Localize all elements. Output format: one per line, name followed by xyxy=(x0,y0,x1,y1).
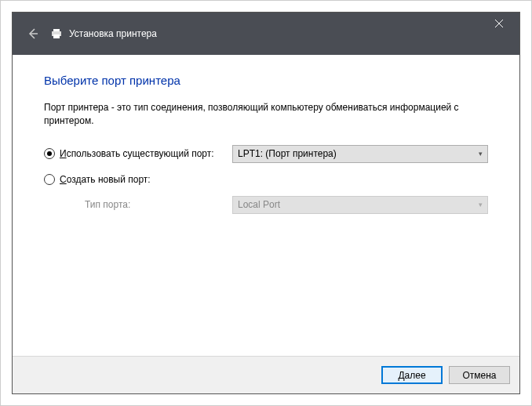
option-new-port: Создать новый порт: xyxy=(44,174,488,185)
close-icon xyxy=(494,19,504,28)
page-description: Порт принтера - это тип соединения, позв… xyxy=(44,101,488,128)
back-button[interactable] xyxy=(22,23,44,45)
footer: Далее Отмена xyxy=(13,356,519,393)
radio-existing-label[interactable]: Использовать существующий порт: xyxy=(60,148,232,159)
svg-rect-1 xyxy=(53,29,60,31)
content-area: Выберите порт принтера Порт принтера - э… xyxy=(13,55,519,356)
radio-new-label[interactable]: Создать новый порт: xyxy=(60,174,232,185)
close-button[interactable] xyxy=(482,13,516,34)
radio-existing-port[interactable] xyxy=(44,148,55,159)
chevron-down-icon: ▾ xyxy=(479,201,483,208)
port-type-label: Тип порта: xyxy=(85,199,232,210)
dropdown-existing-value: LPT1: (Порт принтера) xyxy=(238,148,337,159)
svg-rect-3 xyxy=(53,34,60,38)
printer-icon xyxy=(50,27,63,40)
port-type-row: Тип порта: Local Port ▾ xyxy=(44,196,488,214)
window-title: Установка принтера xyxy=(69,28,157,39)
dropdown-port-type: Local Port ▾ xyxy=(232,196,488,214)
titlebar: Установка принтера xyxy=(13,13,519,55)
cancel-button[interactable]: Отмена xyxy=(449,366,510,384)
back-arrow-icon xyxy=(27,27,39,40)
chevron-down-icon: ▾ xyxy=(479,150,483,158)
option-existing-port: Использовать существующий порт: LPT1: (П… xyxy=(44,145,488,163)
radio-new-port[interactable] xyxy=(44,174,55,185)
next-button[interactable]: Далее xyxy=(381,366,443,384)
dropdown-port-type-value: Local Port xyxy=(238,199,280,210)
wizard-window: Установка принтера Выберите порт принтер… xyxy=(12,12,520,394)
dropdown-existing-port[interactable]: LPT1: (Порт принтера) ▾ xyxy=(232,145,488,163)
page-heading: Выберите порт принтера xyxy=(44,74,488,87)
